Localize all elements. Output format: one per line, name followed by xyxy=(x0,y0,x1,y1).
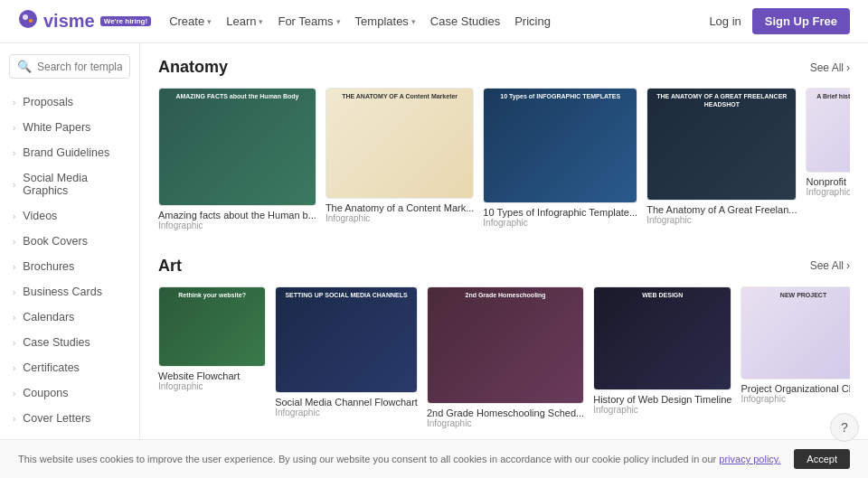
cookie-text: This website uses cookies to improve the… xyxy=(18,454,781,464)
template-card[interactable]: AMAZING FACTS about the Human Body Amazi… xyxy=(158,88,316,231)
accept-cookies-button[interactable]: Accept xyxy=(794,449,850,469)
sidebar-arrow: › xyxy=(13,123,15,133)
main-content: Anatomy See All › AMAZING FACTS about th… xyxy=(140,43,868,478)
template-name: 2nd Grade Homeschooling Sched... xyxy=(427,408,584,418)
template-card[interactable]: WEB DESIGN History of Web Design Timelin… xyxy=(593,286,731,429)
template-type: Infographic xyxy=(483,218,637,228)
sidebar-item-business-cards[interactable]: › Business Cards xyxy=(0,279,139,305)
section-art-header: Art See All › xyxy=(158,257,850,276)
template-type: Infographic xyxy=(275,408,418,417)
sidebar-item-coupons[interactable]: › Coupons xyxy=(0,380,139,406)
sidebar-item-white-papers[interactable]: › White Papers xyxy=(0,115,139,140)
nav-create-arrow: ▾ xyxy=(207,17,212,26)
sidebar-arrow: › xyxy=(13,414,15,424)
header-left: visme We're hiring! Create ▾ Learn ▾ For… xyxy=(18,9,551,33)
sidebar-item-videos[interactable]: › Videos xyxy=(0,203,139,229)
template-thumb: SETTING UP SOCIAL MEDIA CHANNELS xyxy=(275,286,418,393)
template-card[interactable]: THE ANATOMY OF A GREAT FREELANCER HEADSH… xyxy=(646,88,797,231)
sidebar-item-book-covers[interactable]: › Book Covers xyxy=(0,229,139,254)
template-card[interactable]: 10 Types of INFOGRAPHIC TEMPLATES 10 Typ… xyxy=(483,88,637,231)
svg-point-0 xyxy=(19,10,37,28)
template-card[interactable]: SETTING UP SOCIAL MEDIA CHANNELS Social … xyxy=(275,286,418,429)
template-type: Infographic xyxy=(806,187,850,197)
see-all-arrow-icon: › xyxy=(846,259,850,272)
template-thumb: NEW PROJECT xyxy=(741,286,850,380)
template-name: The Anatomy of A Great Freelan... xyxy=(646,204,797,215)
template-card[interactable]: NEW PROJECT Project Organizational Chart… xyxy=(741,286,850,429)
sidebar-item-certificates[interactable]: › Certificates xyxy=(0,355,139,380)
layout: 🔍 › Proposals › White Papers › Brand Gui… xyxy=(0,43,868,478)
sidebar-arrow: › xyxy=(13,363,15,373)
svg-point-1 xyxy=(23,14,28,20)
sidebar-item-proposals[interactable]: › Proposals xyxy=(0,89,139,115)
nav-templates[interactable]: Templates ▾ xyxy=(355,14,416,28)
logo-text: visme xyxy=(43,11,95,32)
template-thumb: AMAZING FACTS about the Human Body xyxy=(158,88,316,206)
logo-badge: We're hiring! xyxy=(100,16,151,26)
privacy-link[interactable]: privacy policy. xyxy=(719,454,780,464)
template-type: Infographic xyxy=(646,215,797,225)
template-type: Infographic xyxy=(593,405,731,415)
template-name: Social Media Channel Flowchart xyxy=(275,397,418,408)
template-type: Infographic xyxy=(158,220,316,230)
search-input[interactable] xyxy=(37,61,122,73)
help-button[interactable]: ? xyxy=(830,413,859,442)
section-anatomy-title: Anatomy xyxy=(158,58,228,77)
logo-icon xyxy=(18,9,38,33)
template-thumb: Rethink your website? xyxy=(158,286,266,367)
template-card[interactable]: THE ANATOMY OF A Content Marketer The An… xyxy=(326,88,474,231)
nav-templates-arrow: ▾ xyxy=(411,17,416,26)
sidebar-arrow: › xyxy=(13,148,15,158)
template-thumb: WEB DESIGN xyxy=(593,286,731,390)
sidebar-arrow: › xyxy=(13,237,15,247)
sidebar-item-social-media[interactable]: › Social Media Graphics xyxy=(0,165,139,203)
template-type: Infographic xyxy=(326,213,474,223)
section-art-title: Art xyxy=(158,257,182,276)
template-card[interactable]: A Brief history of our nonprofit Nonprof… xyxy=(806,88,850,231)
nav-case-studies[interactable]: Case Studies xyxy=(430,14,500,28)
nav-create[interactable]: Create ▾ xyxy=(169,14,212,28)
template-name: Amazing facts about the Human b... xyxy=(158,210,316,220)
search-box[interactable]: 🔍 xyxy=(9,54,130,79)
template-type: Infographic xyxy=(427,418,584,428)
login-button[interactable]: Log in xyxy=(709,14,741,28)
template-type: Infographic xyxy=(741,394,850,404)
sidebar-item-brand-guidelines[interactable]: › Brand Guidelines xyxy=(0,140,139,165)
nav-for-teams[interactable]: For Teams ▾ xyxy=(278,14,340,28)
section-art-see-all[interactable]: See All › xyxy=(810,259,850,272)
svg-point-2 xyxy=(29,19,33,23)
section-anatomy-see-all[interactable]: See All › xyxy=(810,61,850,74)
logo[interactable]: visme We're hiring! xyxy=(18,9,151,33)
header-right: Log in Sign Up Free xyxy=(709,8,850,34)
template-type: Infographic xyxy=(158,381,266,391)
see-all-arrow-icon: › xyxy=(846,61,850,74)
sidebar-arrow: › xyxy=(13,338,15,348)
sidebar-item-calendars[interactable]: › Calendars xyxy=(0,305,139,330)
nav-for-teams-arrow: ▾ xyxy=(336,17,341,26)
sidebar-arrow: › xyxy=(13,287,15,297)
template-name: The Anatomy of a Content Mark... xyxy=(326,202,474,213)
sidebar-arrow: › xyxy=(13,313,15,323)
anatomy-grid: AMAZING FACTS about the Human Body Amazi… xyxy=(158,88,850,231)
cookie-banner: This website uses cookies to improve the… xyxy=(0,439,868,478)
sidebar: 🔍 › Proposals › White Papers › Brand Gui… xyxy=(0,43,140,478)
nav-learn[interactable]: Learn ▾ xyxy=(226,14,263,28)
sidebar-item-case-studies[interactable]: › Case Studies xyxy=(0,330,139,355)
template-name: Website Flowchart xyxy=(158,370,266,381)
template-card[interactable]: Rethink your website? Website Flowchart … xyxy=(158,286,266,429)
sidebar-arrow: › xyxy=(13,180,15,190)
section-anatomy: Anatomy See All › AMAZING FACTS about th… xyxy=(158,58,850,231)
signup-button[interactable]: Sign Up Free xyxy=(752,8,850,34)
art-grid: Rethink your website? Website Flowchart … xyxy=(158,286,850,429)
template-name: Nonprofit History Timeline xyxy=(806,176,850,187)
section-anatomy-header: Anatomy See All › xyxy=(158,58,850,77)
sidebar-item-brochures[interactable]: › Brochures xyxy=(0,254,139,279)
template-thumb: 10 Types of INFOGRAPHIC TEMPLATES xyxy=(483,88,637,203)
sidebar-item-cover-letters[interactable]: › Cover Letters xyxy=(0,406,139,431)
template-card[interactable]: 2nd Grade Homeschooling 2nd Grade Homesc… xyxy=(427,286,584,429)
nav-pricing[interactable]: Pricing xyxy=(514,14,551,28)
section-art: Art See All › Rethink your website? Webs… xyxy=(158,257,850,429)
sidebar-arrow: › xyxy=(13,211,15,221)
sidebar-arrow: › xyxy=(13,98,15,108)
template-thumb: THE ANATOMY OF A Content Marketer xyxy=(326,88,474,199)
